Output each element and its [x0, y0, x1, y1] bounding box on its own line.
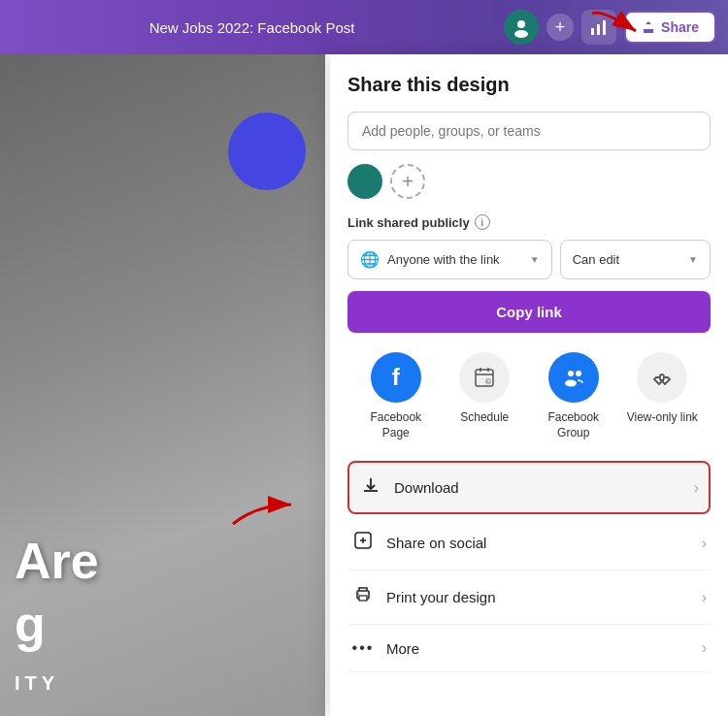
chevron-right-download-icon: › — [694, 479, 699, 497]
globe-icon: 🌐 — [360, 250, 380, 269]
share-option-facebook-page-label: Facebook Page — [357, 410, 435, 440]
action-list: Download › Share on social › — [347, 460, 711, 672]
svg-point-14 — [576, 371, 581, 376]
share-social-icon — [351, 531, 375, 555]
add-people-input[interactable] — [347, 112, 711, 150]
share-option-view-only-label: View-only link — [627, 410, 698, 426]
share-button-label: Share — [661, 19, 699, 35]
chevron-down-icon: ▼ — [530, 254, 540, 265]
chevron-right-more-icon: › — [702, 639, 707, 657]
share-panel-title: Share this design — [347, 74, 711, 96]
download-arrow-indicator — [218, 475, 315, 534]
action-item-print[interactable]: Print your design › — [347, 570, 711, 625]
action-item-more-label: More — [386, 640, 419, 657]
link-shared-label: Link shared publicly i — [347, 214, 711, 230]
share-arrow-indicator — [582, 4, 660, 62]
facebook-page-icon: f — [371, 352, 421, 403]
share-option-facebook-group-label: Facebook Group — [535, 410, 612, 440]
share-option-schedule[interactable]: Schedule — [446, 352, 523, 440]
link-dropdowns: 🌐 Anyone with the link ▼ Can edit ▼ — [347, 240, 711, 279]
copy-link-button[interactable]: Copy link — [347, 291, 711, 333]
schedule-icon — [459, 352, 510, 403]
more-icon: ••• — [351, 639, 375, 657]
user-avatar — [347, 164, 382, 199]
info-icon: i — [475, 214, 490, 230]
share-panel: Share this design + Link shared publicly… — [330, 54, 728, 716]
avatar-row: + — [347, 164, 711, 199]
view-only-link-icon — [637, 352, 687, 403]
chevron-down-icon-2: ▼ — [688, 254, 698, 265]
canvas-circle — [228, 113, 306, 190]
share-options-grid: f Facebook Page Schedule — [347, 352, 711, 440]
share-option-facebook-page[interactable]: f Facebook Page — [357, 352, 435, 440]
svg-rect-18 — [359, 596, 367, 601]
share-option-schedule-label: Schedule — [460, 410, 509, 426]
svg-point-0 — [517, 20, 525, 28]
facebook-group-icon — [548, 352, 599, 403]
chevron-right-social-icon: › — [702, 535, 707, 552]
link-access-dropdown[interactable]: 🌐 Anyone with the link ▼ — [347, 240, 552, 279]
add-collaborator-button[interactable]: + — [546, 14, 574, 41]
action-item-download[interactable]: Download › — [347, 461, 711, 514]
print-icon — [351, 585, 375, 609]
svg-rect-6 — [476, 370, 493, 386]
topbar-title: New Jobs 2022: Facebook Post — [0, 19, 504, 36]
svg-point-1 — [514, 30, 528, 38]
canvas-text-g: g — [15, 595, 46, 653]
canvas-inner: Are g ITY — [0, 54, 325, 716]
avatar — [504, 10, 539, 45]
canvas-text-ity: ITY — [15, 672, 59, 695]
share-option-view-only-link[interactable]: View-only link — [623, 352, 701, 440]
canvas-area: Are g ITY — [0, 54, 325, 716]
permission-dropdown[interactable]: Can edit ▼ — [560, 240, 711, 279]
permission-option: Can edit — [573, 252, 619, 267]
action-item-share-social-label: Share on social — [386, 535, 486, 551]
svg-point-13 — [568, 371, 574, 376]
action-item-download-label: Download — [394, 479, 459, 496]
canvas-text-are: Are — [15, 532, 99, 590]
action-item-share-social[interactable]: Share on social › — [347, 516, 711, 570]
share-panel-inner: Share this design + Link shared publicly… — [330, 54, 728, 692]
download-icon — [359, 475, 382, 500]
add-avatar-button[interactable]: + — [390, 164, 425, 199]
link-access-option: Anyone with the link — [387, 252, 500, 267]
svg-point-15 — [565, 380, 577, 387]
action-item-print-label: Print your design — [386, 589, 496, 605]
share-option-facebook-group[interactable]: Facebook Group — [535, 352, 612, 440]
chevron-right-print-icon: › — [702, 589, 707, 606]
action-item-more[interactable]: ••• More › — [347, 625, 711, 672]
